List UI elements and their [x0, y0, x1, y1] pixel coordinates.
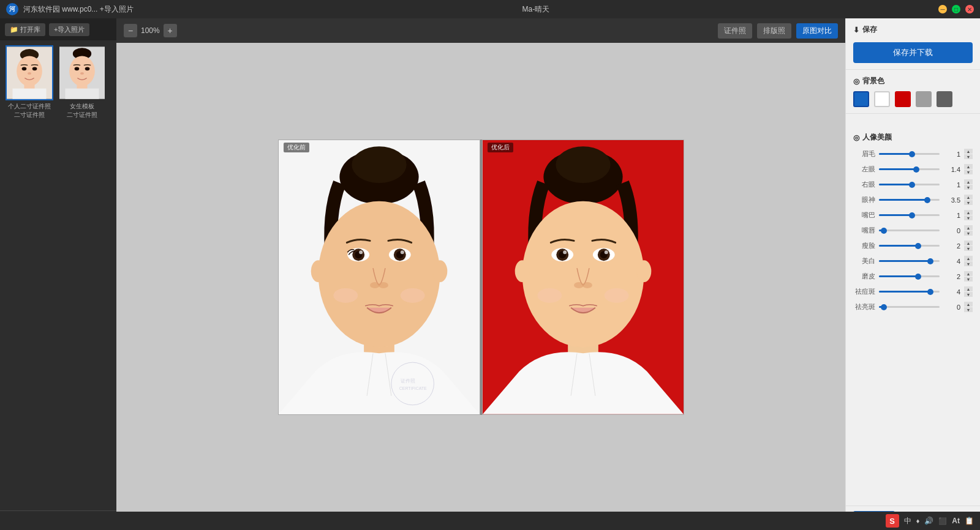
beauty-value-eyebrow: 1 — [943, 151, 960, 158]
spacer — [846, 114, 980, 126]
stepper-down-spot[interactable]: ▼ — [964, 307, 973, 312]
maximize-button[interactable]: □ — [952, 5, 960, 13]
beauty-slider-spirit[interactable] — [879, 195, 940, 205]
list-item[interactable]: 女生模板 二寸证件照 — [58, 45, 107, 119]
stepper-up-whiten[interactable]: ▲ — [964, 256, 973, 261]
beauty-slider-mouth[interactable] — [879, 211, 940, 220]
stepper-up-smooth[interactable]: ▲ — [964, 271, 973, 276]
slider-thumb-leftEye[interactable] — [913, 166, 919, 173]
zoom-out-button[interactable]: − — [124, 24, 137, 37]
beauty-slider-chin[interactable] — [879, 226, 940, 236]
zoom-in-button[interactable]: + — [164, 24, 177, 37]
zoom-controls: − 100% + — [124, 24, 177, 37]
app-name: Ma-晴天 — [522, 4, 550, 15]
beauty-stepper-facelift: ▲ ▼ — [964, 241, 973, 251]
stepper-down-eyebrow[interactable]: ▼ — [964, 154, 973, 159]
taskbar-volume-icon[interactable]: 🔊 — [924, 517, 933, 525]
stepper-down-smooth[interactable]: ▼ — [964, 277, 973, 282]
slider-thumb-smooth[interactable] — [915, 274, 921, 280]
slider-thumb-rightEye[interactable] — [909, 182, 915, 188]
svg-point-44 — [604, 288, 628, 303]
slider-thumb-whiten[interactable] — [927, 258, 933, 264]
taskbar-lang-icon[interactable]: 中 — [904, 516, 911, 526]
taskbar: S 中 ♦ 🔊 ⬛ At 📋 — [0, 512, 980, 530]
beauty-icon: ◎ — [853, 133, 859, 142]
tab-certificate[interactable]: 证件照 — [718, 23, 752, 39]
slider-thumb-eyebrow[interactable] — [909, 151, 915, 157]
beauty-slider-facelift[interactable] — [879, 241, 940, 251]
stepper-up-spirit[interactable]: ▲ — [964, 195, 973, 200]
stepper-down-chin[interactable]: ▼ — [964, 231, 973, 236]
beauty-slider-acne[interactable] — [879, 287, 940, 297]
beauty-slider-whiten[interactable] — [879, 256, 940, 266]
slider-track-chin — [879, 230, 940, 231]
photo-label-1: 个人二寸证件照 二寸证件照 — [8, 102, 51, 119]
stepper-up-eyebrow[interactable]: ▲ — [964, 149, 973, 154]
bg-color-gray1[interactable] — [916, 91, 932, 107]
bg-color-red[interactable] — [895, 91, 911, 107]
bg-color-blue[interactable] — [853, 91, 869, 107]
slider-fill-whiten — [879, 260, 930, 262]
close-button[interactable]: ✕ — [965, 5, 974, 13]
beauty-value-acne: 4 — [943, 288, 960, 296]
beauty-label-leftEye: 左眼 — [853, 165, 875, 174]
save-download-button[interactable]: 保存并下载 — [853, 42, 973, 63]
stepper-up-facelift[interactable]: ▲ — [964, 241, 973, 245]
bg-color-gray2[interactable] — [937, 91, 952, 107]
beauty-stepper-leftEye: ▲ ▼ — [964, 164, 973, 174]
minimize-button[interactable]: ─ — [938, 5, 947, 13]
beauty-stepper-mouth: ▲ ▼ — [964, 210, 973, 220]
svg-point-18 — [352, 146, 406, 183]
stepper-up-acne[interactable]: ▲ — [964, 286, 973, 291]
beauty-label-eyebrow: 眉毛 — [853, 149, 875, 159]
slider-thumb-mouth[interactable] — [909, 212, 915, 218]
beauty-slider-rightEye[interactable] — [879, 180, 940, 190]
beauty-slider-smooth[interactable] — [879, 272, 940, 282]
stepper-down-mouth[interactable]: ▼ — [964, 215, 973, 220]
slider-thumb-spot[interactable] — [881, 304, 887, 310]
stepper-down-acne[interactable]: ▼ — [964, 292, 973, 297]
stepper-down-rightEye[interactable]: ▼ — [964, 185, 973, 190]
stepper-down-facelift[interactable]: ▼ — [964, 246, 973, 251]
beauty-value-leftEye: 1.4 — [943, 166, 960, 173]
svg-point-34 — [432, 260, 447, 282]
slider-fill-spirit — [879, 199, 927, 201]
stepper-down-whiten[interactable]: ▼ — [964, 261, 973, 266]
open-library-button[interactable]: 📁 打开库 — [5, 23, 45, 36]
taskbar-clipboard-icon[interactable]: 📋 — [965, 517, 974, 525]
slider-thumb-acne[interactable] — [927, 289, 933, 295]
beauty-label-chin: 嘴唇 — [853, 226, 875, 235]
bg-color-white[interactable] — [874, 91, 890, 107]
stepper-down-spirit[interactable]: ▼ — [964, 200, 973, 205]
stepper-down-leftEye[interactable]: ▼ — [964, 170, 973, 174]
center-area: − 100% + 证件照 排版照 原图对比 优化前 — [116, 18, 845, 530]
slider-thumb-chin[interactable] — [881, 228, 887, 234]
slider-fill-facelift — [879, 245, 918, 247]
slider-thumb-spirit[interactable] — [924, 197, 930, 203]
list-item[interactable]: 个人二寸证件照 二寸证件照 — [5, 45, 54, 119]
stepper-up-mouth[interactable]: ▲ — [964, 210, 973, 215]
beauty-sliders: 眉毛 1 ▲ ▼ 左眼 1.4 ▲ ▼ 右眼 — [853, 149, 973, 312]
beauty-slider-eyebrow[interactable] — [879, 149, 940, 159]
taskbar-network-icon[interactable]: ⬛ — [938, 517, 947, 525]
beauty-slider-spot[interactable] — [879, 302, 940, 312]
svg-point-14 — [85, 67, 90, 71]
beauty-stepper-acne: ▲ ▼ — [964, 286, 973, 297]
photo-thumbnail-1[interactable] — [6, 45, 53, 100]
slider-thumb-facelift[interactable] — [915, 243, 921, 249]
svg-point-43 — [537, 288, 562, 303]
stepper-up-leftEye[interactable]: ▲ — [964, 164, 973, 169]
svg-point-7 — [28, 72, 31, 75]
slider-track-smooth — [879, 275, 940, 277]
stepper-up-chin[interactable]: ▲ — [964, 225, 973, 230]
beauty-slider-leftEye[interactable] — [879, 165, 940, 174]
taskbar-s-icon[interactable]: S — [886, 514, 899, 528]
photo-thumbnail-2[interactable] — [58, 45, 106, 100]
tab-typeset[interactable]: 排版照 — [757, 23, 791, 39]
import-photo-button[interactable]: +导入照片 — [49, 23, 89, 36]
stepper-up-rightEye[interactable]: ▲ — [964, 179, 973, 184]
stepper-up-spot[interactable]: ▲ — [964, 302, 973, 307]
tab-comparison[interactable]: 原图对比 — [796, 23, 838, 39]
window-controls: ─ □ ✕ — [938, 5, 974, 13]
svg-point-22 — [400, 288, 424, 303]
